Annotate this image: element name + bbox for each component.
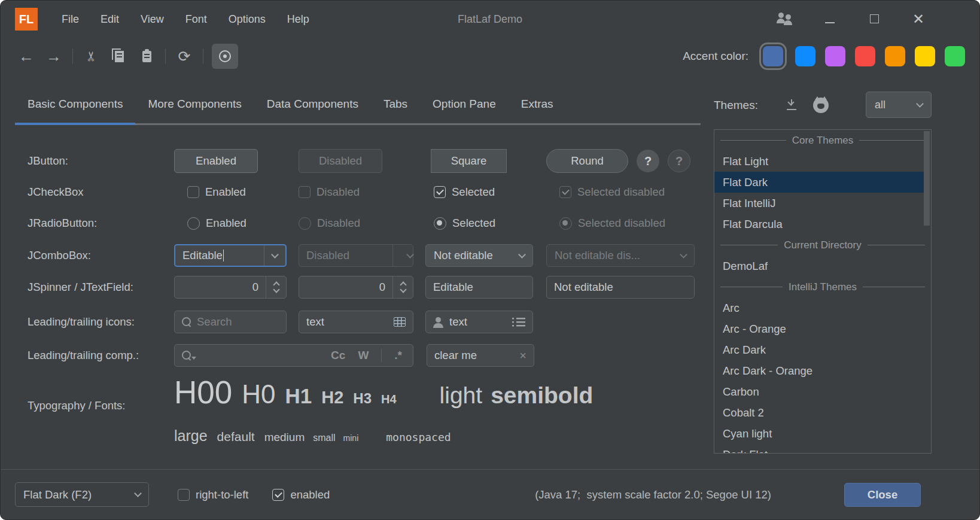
accent-swatch-red[interactable] — [855, 46, 875, 66]
spinner-1-value[interactable]: 0 — [175, 276, 266, 298]
enabled-checkbox[interactable] — [272, 489, 284, 501]
theme-item-flat-intellij[interactable]: Flat IntelliJ — [714, 193, 931, 214]
h2-sample: H2 — [321, 388, 343, 408]
close-window-button[interactable]: ✕ — [910, 13, 927, 25]
theme-item-cyan-light[interactable]: Cyan light — [714, 423, 931, 444]
themes-separator-intellij-themes: IntelliJ Themes — [714, 276, 931, 297]
menu-file[interactable]: File — [51, 8, 90, 31]
menu-edit[interactable]: Edit — [90, 8, 130, 31]
search-input-with-options[interactable]: Cc W .* — [174, 344, 413, 367]
combobox-not-editable[interactable]: Not editable — [425, 244, 533, 267]
regex-button[interactable]: .* — [391, 349, 406, 362]
menu-view[interactable]: View — [130, 8, 175, 31]
text-input-with-table-icon[interactable]: text — [299, 311, 413, 333]
jspinner-label: JSpinner / JTextField: — [28, 281, 174, 294]
accent-swatch-yellow[interactable] — [915, 46, 935, 66]
small-sample: small — [313, 433, 335, 443]
combobox-arrow-button[interactable] — [264, 245, 285, 266]
chevron-down-icon — [400, 286, 406, 293]
spinner-2-value[interactable]: 0 — [299, 276, 392, 298]
spinner-1[interactable]: 0 — [174, 276, 287, 299]
typography-sizes-row: large default medium small mini monospac… — [174, 427, 451, 445]
tab-more-components[interactable]: More Components — [135, 90, 254, 123]
textfield-editable[interactable]: Editable — [425, 276, 533, 299]
checkbox-enabled[interactable] — [187, 186, 199, 198]
right-to-left-checkbox[interactable] — [178, 489, 190, 501]
theme-filter-combobox[interactable]: all — [866, 92, 932, 118]
list-icon[interactable] — [512, 317, 525, 327]
cut-button[interactable]: ✂ — [81, 46, 102, 66]
accent-color-picker: Accent color: — [683, 38, 965, 75]
radio-selected[interactable] — [434, 217, 446, 230]
match-case-button[interactable]: Cc — [327, 349, 349, 362]
menu-help[interactable]: Help — [276, 8, 320, 31]
close-button[interactable]: Close — [844, 483, 921, 507]
whole-word-button[interactable]: W — [354, 349, 372, 362]
search-with-dropdown-icon[interactable] — [182, 351, 191, 360]
theme-item-arc-dark[interactable]: Arc Dark — [714, 339, 931, 360]
spinner-arrows[interactable] — [392, 276, 413, 298]
menu-font[interactable]: Font — [175, 8, 218, 31]
users-icon[interactable] — [776, 13, 794, 26]
theme-item-flat-dark-selected[interactable]: Flat Dark — [714, 172, 925, 193]
minimize-button[interactable] — [821, 13, 838, 26]
forward-button[interactable]: → — [44, 46, 64, 66]
chevron-down-icon — [406, 251, 414, 259]
laf-combobox[interactable]: Flat Dark (F2) — [15, 482, 149, 507]
themes-scrollbar-thumb[interactable] — [924, 131, 930, 226]
round-button[interactable]: Round — [546, 149, 628, 173]
scissors-icon: ✂ — [84, 51, 99, 62]
tab-tabs[interactable]: Tabs — [371, 90, 420, 123]
radio-enabled[interactable] — [187, 217, 200, 230]
help-button[interactable]: ? — [637, 150, 659, 172]
paste-button[interactable] — [136, 46, 157, 66]
clear-icon[interactable]: × — [519, 349, 526, 363]
tab-basic-components[interactable]: Basic Components — [15, 90, 135, 123]
download-icon[interactable] — [786, 99, 798, 111]
theme-item-demolaf[interactable]: DemoLaf — [714, 256, 931, 276]
tab-extras[interactable]: Extras — [509, 90, 566, 123]
accent-swatch-green[interactable] — [945, 46, 965, 66]
theme-item-dark-flat[interactable]: Dark Flat — [714, 444, 931, 454]
leading-trailing-icons-label: Leading/trailing icons: — [28, 315, 174, 329]
enabled-button[interactable]: Enabled — [174, 149, 258, 173]
theme-item-carbon[interactable]: Carbon — [714, 381, 931, 402]
clearable-input[interactable]: clear me × — [427, 344, 534, 367]
menu-options[interactable]: Options — [218, 8, 276, 31]
person-icon — [433, 317, 444, 327]
accent-swatch-orange[interactable] — [885, 46, 905, 66]
combobox-editable[interactable]: Editable — [174, 244, 287, 267]
tab-data-components[interactable]: Data Components — [254, 90, 371, 123]
app-logo-icon[interactable]: FL — [15, 8, 38, 31]
github-icon[interactable] — [813, 98, 829, 113]
square-button[interactable]: Square — [431, 149, 507, 173]
search-icon — [182, 317, 191, 327]
tab-option-pane[interactable]: Option Pane — [420, 90, 509, 123]
accent-swatch-blue[interactable] — [795, 46, 815, 66]
h0-sample: H0 — [242, 379, 275, 409]
show-hover-toggle-button[interactable] — [212, 44, 238, 69]
checkbox-selected[interactable] — [434, 186, 446, 198]
spinner-arrows[interactable] — [266, 276, 286, 298]
theme-item-arc-orange[interactable]: Arc - Orange — [714, 318, 931, 339]
refresh-button[interactable]: ⟳ — [174, 46, 194, 66]
checkbox-selected-disabled — [559, 186, 571, 198]
theme-item-cobalt-2[interactable]: Cobalt 2 — [714, 402, 931, 423]
theme-item-arc[interactable]: Arc — [714, 297, 931, 318]
theme-item-flat-darcula[interactable]: Flat Darcula — [714, 214, 931, 235]
theme-item-flat-light[interactable]: Flat Light — [714, 151, 931, 172]
copy-button[interactable] — [109, 46, 129, 66]
typography-row: Typography / Fonts: H00 H0 H1 H2 H3 H4 l… — [28, 372, 593, 412]
tab-bar: Basic Components More Components Data Co… — [15, 90, 701, 125]
table-icon[interactable] — [394, 317, 406, 327]
spinner-2[interactable]: 0 — [299, 276, 413, 299]
chevron-down-icon — [518, 251, 526, 259]
text-input-with-person-icon[interactable]: text — [425, 311, 533, 333]
search-input[interactable]: Search — [174, 311, 287, 333]
theme-item-arc-dark-orange[interactable]: Arc Dark - Orange — [714, 360, 931, 381]
accent-swatch-purple[interactable] — [825, 46, 845, 66]
maximize-button[interactable] — [866, 13, 882, 26]
combobox-editable-value[interactable]: Editable — [175, 249, 223, 262]
accent-swatch-blue-gray-selected[interactable] — [763, 46, 783, 66]
back-button[interactable]: ← — [16, 46, 36, 66]
